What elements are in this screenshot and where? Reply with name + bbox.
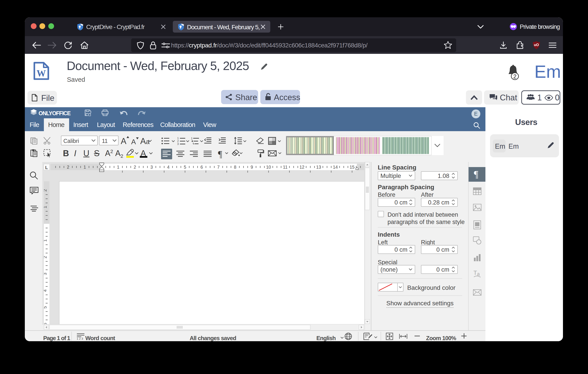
svg-text:11: 11 [283,165,288,169]
svg-text:1: 1 [84,165,86,169]
svg-text:4: 4 [167,165,169,169]
svg-text:8: 8 [234,165,236,169]
svg-text:15: 15 [350,165,355,169]
svg-text:12: 12 [300,165,304,169]
svg-text:14: 14 [333,165,338,169]
svg-text:2: 2 [44,256,47,258]
svg-text:T: T [473,270,477,276]
svg-text:7: 7 [217,165,220,169]
svg-text:W: W [37,68,46,78]
svg-text:3: 3 [177,143,179,145]
svg-text:2: 2 [134,165,136,169]
svg-text:3: 3 [44,273,47,275]
svg-text:2: 2 [67,165,69,169]
svg-text:1 2 3: 1 2 3 [77,337,83,340]
svg-text:1: 1 [44,206,47,208]
svg-text:uO: uO [534,43,539,47]
svg-text:3: 3 [150,165,153,169]
svg-text:2: 2 [44,189,47,192]
svg-text:1: 1 [117,165,119,169]
svg-text:1: 1 [44,239,47,242]
svg-text:1: 1 [191,137,192,140]
svg-text:5: 5 [184,165,186,169]
svg-text:9: 9 [251,165,253,169]
svg-text:4: 4 [44,289,47,292]
svg-text:2: 2 [177,140,179,143]
svg-text:5: 5 [44,306,47,308]
svg-text:10: 10 [266,165,271,169]
svg-text:6: 6 [200,165,203,169]
svg-text:13: 13 [316,165,321,169]
